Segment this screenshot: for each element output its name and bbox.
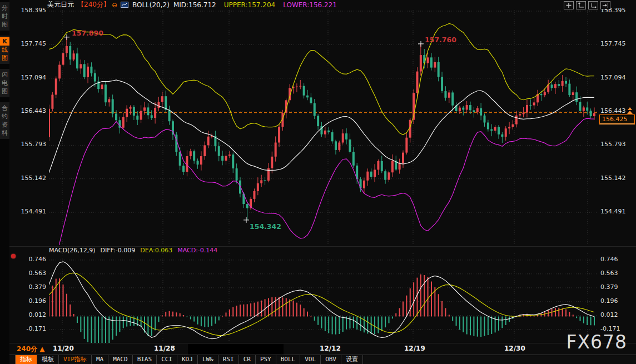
collapse-icon[interactable]: ⊖ (112, 2, 117, 8)
toolbar-button-MA[interactable]: MA (92, 355, 108, 364)
sidebar-tab-char: 时 (0, 12, 9, 21)
macd-dea-value: DEA:0.063 (140, 247, 172, 254)
toolbar-button-OBV[interactable]: OBV (321, 355, 341, 364)
sidebar-tab-合约资料[interactable]: 合约资料 (0, 102, 9, 139)
toolbar-button-RSI[interactable]: RSI (218, 355, 239, 364)
sidebar-tab-char: 图 (0, 87, 9, 96)
gridlines (49, 10, 598, 342)
period-quick-selector[interactable]: 240分 ▲ (17, 345, 44, 354)
boll-mid-value: MID:156.712 (173, 1, 216, 9)
toolbar-button-PSY[interactable]: PSY (256, 355, 276, 364)
toolbar-button-LW&[interactable]: LW& (198, 355, 218, 364)
toolbar-button-设置[interactable]: 设置 (341, 355, 363, 364)
date-axis (9, 343, 636, 355)
macd-alert-icon (11, 254, 16, 258)
macd-header: MACD(26,12,9) DIFF:-0.009 DEA:0.063 MACD… (49, 247, 217, 254)
window-controls (564, 1, 610, 9)
axis-blank-panel (188, 344, 284, 355)
toolbar-button-VOL[interactable]: VOL (300, 355, 321, 364)
watermark: FX678 (566, 331, 627, 353)
toolbar-button-CR[interactable]: CR (239, 355, 256, 364)
boll-lower-line (49, 118, 594, 296)
boll-label: BOLL(20,2) (132, 1, 170, 9)
boll-upper-line (49, 23, 594, 134)
candles-layer (48, 37, 595, 220)
sidebar-tab-分时图[interactable]: 分时图 (0, 2, 9, 31)
sidebar: 分时图K线图闪电图合约资料 (0, 0, 9, 364)
axis-scale-y-icon[interactable] (576, 1, 586, 9)
toolbar-button-MACD[interactable]: MACD (108, 355, 133, 364)
period-quick-label: 240分 (17, 345, 37, 353)
svg-text:157.890: 157.890 (72, 29, 103, 37)
symbol-title: 美元日元 (47, 0, 74, 9)
sidebar-tab-char: 料 (0, 129, 9, 137)
sidebar-tab-闪电图[interactable]: 闪电图 (0, 69, 9, 97)
period-label: 【240分】 (77, 0, 110, 9)
pan-icon[interactable] (564, 1, 574, 9)
axis-scale-x-icon[interactable] (588, 1, 598, 9)
macd-diff-value: DIFF:-0.009 (101, 247, 136, 254)
snap-to-latest-icon[interactable] (600, 1, 610, 9)
sidebar-tab-char: K (0, 37, 9, 46)
toolbar-button-指标[interactable]: 指标 (15, 355, 37, 364)
sidebar-tab-char: 分 (0, 4, 9, 12)
chart-thumbnail-icon (121, 2, 128, 8)
sidebar-tab-char: 资 (0, 121, 9, 129)
price-marker-icon (627, 107, 633, 114)
sidebar-tab-K线图[interactable]: K线图 (0, 36, 9, 64)
sidebar-tab-char: 线 (0, 46, 9, 54)
svg-text:157.760: 157.760 (425, 36, 456, 44)
macd-layer (48, 262, 595, 351)
boll-lower-value: LOWER:156.221 (283, 1, 337, 9)
price-chart[interactable]: 157.890157.760154.342 (0, 0, 636, 364)
toolbar-button-模板[interactable]: 模板 (37, 355, 59, 364)
sidebar-tab-char: 图 (0, 54, 9, 62)
indicator-toolbar: 指标模板VIP指标MAMACDBIASCCIKDJLW&RSICRPSYBOLL… (9, 355, 636, 364)
dropdown-arrow-icon: ▲ (39, 345, 44, 353)
toolbar-button-BIAS[interactable]: BIAS (133, 355, 157, 364)
sidebar-tab-char: 闪 (0, 71, 9, 79)
toolbar-button-KDJ[interactable]: KDJ (177, 355, 198, 364)
boll-upper-value: UPPER:157.204 (224, 1, 275, 9)
sidebar-tab-char: 电 (0, 79, 9, 87)
toolbar-button-VIP指标[interactable]: VIP指标 (59, 355, 92, 364)
bollinger-bands-layer (49, 23, 594, 296)
macd-macd-value: MACD:-0.144 (177, 247, 217, 254)
chart-header: 美元日元 【240分】 ⊖ BOLL(20,2) MID:156.712 UPP… (9, 0, 636, 9)
app-window: 157.890157.760154.342 158.395158.395157.… (0, 0, 636, 364)
svg-text:154.342: 154.342 (250, 222, 281, 231)
sidebar-tab-char: 约 (0, 112, 9, 121)
annotations-layer: 157.890157.760154.342 (64, 29, 456, 231)
sidebar-tab-char: 合 (0, 104, 9, 112)
toolbar-button-BOLL[interactable]: BOLL (276, 355, 301, 364)
macd-params-label: MACD(26,12,9) (49, 247, 96, 254)
current-price-tag: 156.425 (599, 114, 635, 124)
sidebar-tab-char: 图 (0, 21, 9, 29)
toolbar-button-CCI[interactable]: CCI (157, 355, 177, 364)
